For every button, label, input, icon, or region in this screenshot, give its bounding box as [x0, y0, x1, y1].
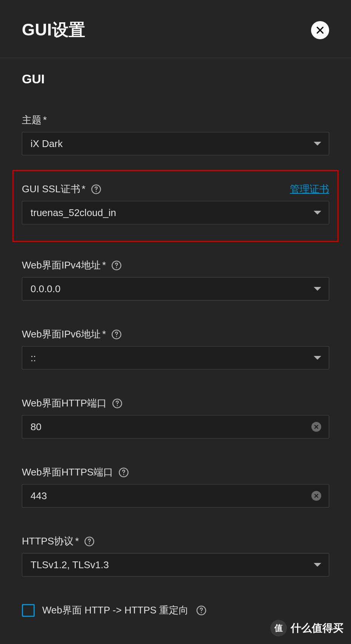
label-row: HTTPS协议*	[22, 535, 329, 548]
section-title-gui: GUI	[22, 72, 329, 86]
label-row: Web界面HTTP端口	[22, 397, 329, 410]
label-row: Web界面IPv6地址*	[22, 328, 329, 341]
label-left: Web界面HTTP端口	[22, 397, 123, 410]
http-port-label: Web界面HTTP端口	[22, 397, 107, 410]
watermark-text: 什么值得买	[291, 621, 343, 635]
clear-button[interactable]	[311, 491, 321, 501]
http-port-input-box	[22, 415, 329, 439]
field-http-port: Web界面HTTP端口	[22, 397, 329, 439]
panel-title: GUI设置	[22, 19, 86, 41]
watermark-badge: 值	[270, 620, 287, 636]
label-row: Web界面IPv4地址*	[22, 259, 329, 272]
help-icon[interactable]	[111, 260, 122, 271]
help-icon[interactable]	[112, 398, 123, 409]
chevron-down-icon	[314, 287, 321, 291]
help-icon[interactable]	[84, 536, 95, 547]
field-https-port: Web界面HTTPS端口	[22, 466, 329, 508]
close-icon	[314, 493, 319, 498]
clear-button[interactable]	[311, 422, 321, 432]
ssl-cert-value: truenas_52cloud_in	[31, 207, 116, 219]
manage-cert-link[interactable]: 管理证书	[290, 182, 329, 196]
redirect-checkbox[interactable]	[22, 604, 35, 617]
svg-point-13	[201, 612, 202, 613]
close-icon	[314, 424, 319, 429]
label-left: Web界面IPv4地址*	[22, 259, 122, 272]
label-left: 主题*	[22, 113, 47, 127]
close-button[interactable]	[311, 21, 329, 39]
label-left: Web界面HTTPS端口	[22, 466, 129, 479]
https-port-label: Web界面HTTPS端口	[22, 466, 113, 479]
help-icon[interactable]	[111, 329, 122, 340]
field-https-proto: HTTPS协议* TLSv1.2, TLSv1.3	[22, 535, 329, 577]
https-proto-value: TLSv1.2, TLSv1.3	[31, 559, 109, 571]
ipv4-value: 0.0.0.0	[31, 283, 61, 295]
theme-select[interactable]: iX Dark	[22, 132, 329, 155]
panel-content: GUI 主题* iX Dark GUI SSL证书*	[0, 58, 351, 644]
theme-label: 主题*	[22, 113, 47, 127]
theme-value: iX Dark	[31, 138, 63, 150]
ipv4-label: Web界面IPv4地址*	[22, 259, 106, 272]
ipv6-select[interactable]: ::	[22, 346, 329, 370]
chevron-down-icon	[314, 211, 321, 215]
help-icon[interactable]	[118, 467, 129, 478]
watermark: 值 什么值得买	[270, 620, 343, 636]
label-left: Web界面IPv6地址*	[22, 328, 122, 341]
field-ssl-cert: GUI SSL证书* 管理证书 truenas_52cloud_in	[22, 182, 329, 224]
svg-point-7	[116, 405, 118, 406]
field-redirect: Web界面 HTTP -> HTTPS 重定向	[22, 604, 329, 617]
field-theme: 主题* iX Dark	[22, 113, 329, 155]
ipv6-label: Web界面IPv6地址*	[22, 328, 106, 341]
label-row: 主题*	[22, 113, 329, 127]
https-port-input[interactable]	[31, 490, 311, 502]
ipv4-select[interactable]: 0.0.0.0	[22, 277, 329, 301]
svg-point-3	[116, 267, 117, 268]
field-ipv6: Web界面IPv6地址* ::	[22, 328, 329, 370]
https-port-input-box	[22, 484, 329, 508]
settings-panel: GUI设置 GUI 主题* iX Dark GUI SSL证书*	[0, 0, 351, 644]
https-proto-label: HTTPS协议*	[22, 535, 79, 548]
label-row: Web界面HTTPS端口	[22, 466, 329, 479]
help-icon[interactable]	[196, 605, 207, 616]
help-icon[interactable]	[91, 184, 101, 195]
svg-point-1	[95, 191, 97, 192]
close-icon	[315, 25, 325, 35]
svg-point-11	[89, 543, 90, 544]
svg-point-5	[116, 336, 117, 337]
panel-header: GUI设置	[0, 2, 351, 58]
chevron-down-icon	[314, 142, 321, 146]
chevron-down-icon	[314, 356, 321, 360]
field-ipv4: Web界面IPv4地址* 0.0.0.0	[22, 259, 329, 301]
https-proto-select[interactable]: TLSv1.2, TLSv1.3	[22, 553, 329, 577]
label-row: GUI SSL证书* 管理证书	[22, 182, 329, 196]
ssl-cert-label: GUI SSL证书*	[22, 182, 86, 196]
ipv6-value: ::	[31, 352, 36, 364]
chevron-down-icon	[314, 563, 321, 567]
redirect-label: Web界面 HTTP -> HTTPS 重定向	[42, 604, 189, 617]
label-left: GUI SSL证书*	[22, 182, 101, 196]
http-port-input[interactable]	[31, 421, 311, 433]
ssl-highlight-box: GUI SSL证书* 管理证书 truenas_52cloud_in	[12, 170, 339, 242]
svg-point-9	[123, 474, 124, 475]
label-left: HTTPS协议*	[22, 535, 95, 548]
ssl-cert-select[interactable]: truenas_52cloud_in	[22, 201, 329, 224]
